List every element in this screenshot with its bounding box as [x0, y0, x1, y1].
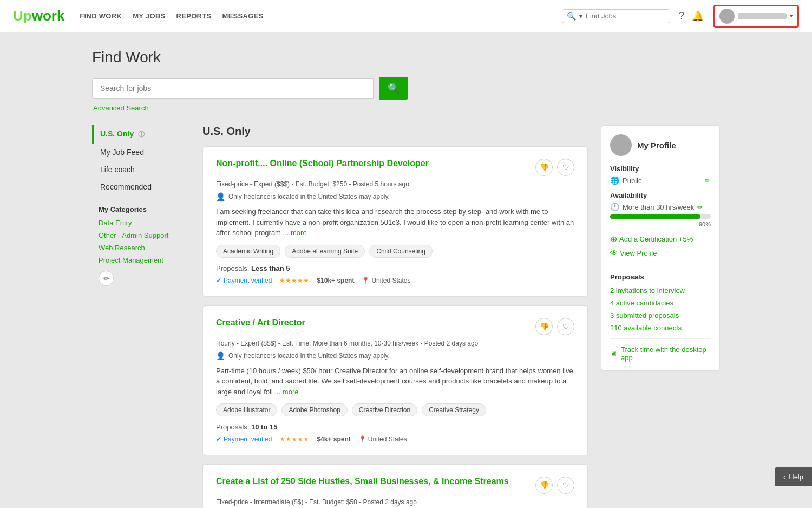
job-save-btn[interactable]: ♡: [557, 318, 574, 335]
visibility-label: Visibility: [610, 165, 711, 173]
job-dislike-btn[interactable]: 👎: [535, 159, 553, 176]
nav-messages[interactable]: MESSAGES: [222, 12, 264, 20]
track-time-link[interactable]: 🖥 Track time with the desktop app: [610, 346, 711, 362]
nav-reports[interactable]: REPORTS: [176, 12, 212, 20]
us-only-row: 👤 Only freelancers located in the United…: [216, 192, 574, 201]
amount-spent: $10k+ spent: [317, 277, 354, 284]
job-tags: Adobe Illustrator Adobe Photoshop Creati…: [216, 403, 574, 416]
payment-verified-badge: ✔ Payment verified: [216, 277, 272, 284]
job-title[interactable]: Non-profit.... Online (School) Partnersh…: [216, 159, 529, 168]
chevron-left-icon: ‹: [783, 473, 785, 481]
logo-up: Up: [13, 8, 32, 24]
sidebar-item-recommended[interactable]: Recommended: [92, 178, 189, 196]
profile-card: My Profile Visibility 🌐 Public ✏ Availab…: [601, 125, 720, 371]
job-dislike-btn[interactable]: 👎: [535, 318, 553, 335]
verified-check-icon: ✔: [216, 277, 221, 284]
progress-fill: [610, 214, 700, 219]
globe-icon: 🌐: [610, 176, 619, 185]
visibility-value: 🌐 Public: [610, 176, 641, 185]
active-candidacies-link[interactable]: 4 active candidacies: [610, 299, 711, 307]
payment-verified-badge: ✔ Payment verified: [216, 435, 272, 443]
desktop-icon: 🖥: [610, 349, 618, 358]
navbar-search-input[interactable]: [586, 12, 662, 20]
job-tag[interactable]: Child Counseling: [369, 245, 433, 258]
job-save-btn[interactable]: ♡: [557, 477, 574, 494]
job-search-input[interactable]: [92, 78, 374, 99]
my-categories-title: My Categories: [99, 205, 189, 213]
search-icon: 🔍: [567, 12, 576, 21]
job-footer: ✔ Payment verified ★★★★★ $10k+ spent 📍 U…: [216, 277, 574, 284]
invitations-link[interactable]: 2 invitations to interview: [610, 286, 711, 295]
job-card-actions: 👎 ♡: [535, 477, 574, 494]
sidebar-item-my-job-feed[interactable]: My Job Feed: [92, 144, 189, 161]
sidebar-cat-project-mgmt[interactable]: Project Management: [92, 254, 189, 266]
job-more-link[interactable]: more: [291, 229, 307, 237]
job-search-button[interactable]: 🔍: [379, 77, 408, 100]
job-description: Part-time (10 hours / week) $50/ hour Cr…: [216, 366, 574, 398]
sidebar-cat-web-research[interactable]: Web Research: [92, 242, 189, 254]
profile-chevron-icon: ▾: [790, 12, 793, 19]
job-tag[interactable]: Creative Direction: [352, 403, 417, 416]
help-button[interactable]: ‹ Help: [775, 467, 812, 486]
nav-my-jobs[interactable]: MY JOBS: [133, 12, 165, 20]
notification-bell-btn[interactable]: 🔔: [692, 10, 704, 22]
plus-circle-icon: ⊕: [610, 234, 617, 244]
progress-label: 90%: [610, 221, 711, 227]
add-certification-btn[interactable]: ⊕ Add a Certification +5%: [610, 234, 711, 244]
job-save-btn[interactable]: ♡: [557, 159, 574, 176]
view-profile-link[interactable]: 👁 View Profile: [610, 249, 711, 257]
job-card-actions: 👎 ♡: [535, 159, 574, 176]
advanced-search-link[interactable]: Advanced Search: [93, 104, 720, 112]
submitted-proposals-link[interactable]: 3 submitted proposals: [610, 311, 711, 320]
page-title: Find Work: [92, 49, 720, 66]
job-tag[interactable]: Academic Writing: [216, 245, 280, 258]
profile-avatar-small: [719, 9, 735, 24]
logo[interactable]: Upwork: [13, 8, 64, 24]
divider: [610, 266, 711, 266]
nav-find-work[interactable]: FIND WORK: [80, 12, 122, 20]
job-tag[interactable]: Creative Strategy: [422, 403, 486, 416]
job-title[interactable]: Create a List of 250 Side Hustles, Small…: [216, 477, 529, 486]
profile-dropdown-btn[interactable]: ▾: [713, 5, 799, 28]
job-tag[interactable]: Adobe eLearning Suite: [285, 245, 365, 258]
profile-header: My Profile: [610, 134, 711, 156]
divider: [610, 338, 711, 339]
sidebar-item-us-only[interactable]: U.S. Only ⓘ: [92, 125, 189, 144]
navbar: Upwork FIND WORK MY JOBS REPORTS MESSAGE…: [0, 0, 812, 32]
sidebar-item-life-coach[interactable]: Life coach: [92, 161, 189, 178]
profile-progress-bar: [610, 214, 711, 219]
job-tag[interactable]: Adobe Illustrator: [216, 403, 277, 416]
search-dropdown-arrow[interactable]: ▾: [579, 12, 582, 20]
visibility-edit-icon[interactable]: ✏: [705, 177, 711, 185]
profile-name-blurred: [738, 13, 787, 19]
job-proposals: Proposals: 10 to 15: [216, 423, 574, 431]
available-connects-link[interactable]: 210 available connects: [610, 324, 711, 332]
location-person-icon: 👤: [216, 192, 225, 201]
location-person-icon: 👤: [216, 351, 225, 360]
job-card-actions: 👎 ♡: [535, 318, 574, 335]
job-tags: Academic Writing Adobe eLearning Suite C…: [216, 245, 574, 258]
logo-work: work: [32, 8, 65, 24]
job-title[interactable]: Creative / Art Director: [216, 318, 529, 328]
job-card: Creative / Art Director 👎 ♡ Hourly - Exp…: [202, 305, 588, 456]
job-card-top: Create a List of 250 Side Hustles, Small…: [216, 477, 574, 494]
job-more-link[interactable]: more: [283, 388, 299, 396]
job-meta: Fixed-price - Expert ($$$) - Est. Budget…: [216, 180, 574, 188]
sidebar-cat-data-entry[interactable]: Data Entry: [92, 217, 189, 229]
job-location: 📍 United States: [358, 435, 407, 443]
navbar-search-box: 🔍 ▾: [562, 9, 670, 23]
right-sidebar: My Profile Visibility 🌐 Public ✏ Availab…: [601, 125, 720, 508]
search-bar-row: 🔍: [92, 77, 720, 100]
eye-icon: 👁: [610, 249, 618, 257]
job-meta: Hourly - Expert ($$$) - Est. Time: More …: [216, 340, 574, 347]
job-dislike-btn[interactable]: 👎: [535, 477, 553, 494]
job-tag[interactable]: Adobe Photoshop: [281, 403, 347, 416]
help-question-btn[interactable]: ?: [679, 10, 684, 22]
availability-edit-icon[interactable]: ✏: [697, 203, 703, 211]
categories-edit-button[interactable]: ✏: [99, 271, 114, 286]
sidebar-cat-other-admin[interactable]: Other - Admin Support: [92, 229, 189, 242]
us-only-row: 👤 Only freelancers located in the United…: [216, 351, 574, 360]
sidebar: U.S. Only ⓘ My Job Feed Life coach Recom…: [92, 125, 189, 508]
job-location: 📍 United States: [362, 277, 410, 284]
availability-row: 🕐 More than 30 hrs/week ✏: [610, 203, 711, 211]
